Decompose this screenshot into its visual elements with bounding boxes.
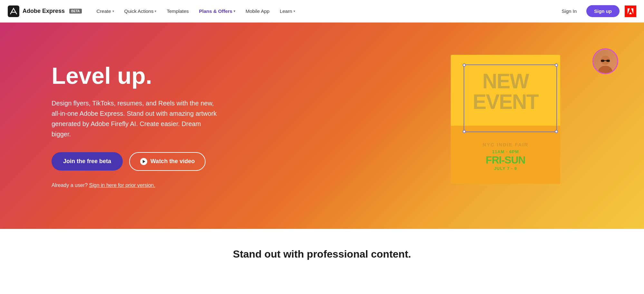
event-days-label: FRI-SUN: [483, 154, 528, 166]
svg-rect-5: [606, 60, 610, 62]
sign-in-button[interactable]: Sign In: [557, 6, 581, 16]
logo[interactable]: Adobe Express BETA: [8, 5, 82, 17]
svg-rect-0: [8, 5, 19, 17]
hero-buttons: Join the free beta Watch the video: [52, 152, 219, 171]
selection-handle-bl: [463, 130, 466, 133]
svg-rect-1: [625, 5, 636, 17]
avatar-image: [593, 49, 617, 73]
selection-handle-br: [555, 130, 558, 133]
join-beta-button[interactable]: Join the free beta: [52, 152, 123, 171]
hero-content: Level up. Design flyers, TikToks, resume…: [0, 63, 219, 188]
chevron-down-icon: ▾: [155, 9, 156, 13]
hero-subtitle: Design flyers, TikToks, resumes, and Ree…: [52, 98, 219, 139]
nav-item-create[interactable]: Create ▾: [92, 6, 119, 16]
event-card: NEW EVENT NYC INDIE FAIR 11AM - 6PM FRI-…: [451, 55, 560, 184]
below-hero-section: Stand out with professional content.: [0, 229, 644, 273]
chevron-down-icon: ▾: [293, 9, 295, 13]
nav-links: Create ▾ Quick Actions ▾ Templates Plans…: [92, 6, 557, 16]
prior-version-link[interactable]: Sign in here for prior version.: [89, 182, 155, 188]
nav-item-learn[interactable]: Learn ▾: [275, 6, 299, 16]
nav-item-mobile-app[interactable]: Mobile App: [241, 6, 274, 16]
selection-handle-tl: [463, 64, 466, 67]
event-fair-label: NYC INDIE FAIR: [483, 142, 528, 147]
below-hero-title: Stand out with professional content.: [0, 248, 644, 260]
svg-rect-4: [601, 60, 604, 62]
navbar: Adobe Express BETA Create ▾ Quick Action…: [0, 0, 644, 23]
chevron-down-icon: ▾: [234, 9, 235, 13]
selection-handle-tr: [555, 64, 558, 67]
event-dates-label: JULY 7 - 9: [483, 166, 528, 171]
chevron-down-icon: ▾: [112, 9, 114, 13]
logo-beta-badge: BETA: [69, 9, 82, 14]
avatar: [592, 48, 618, 74]
watch-video-button[interactable]: Watch the video: [129, 152, 206, 171]
event-time-label: 11AM - 6PM: [483, 149, 528, 154]
selection-box: [464, 64, 557, 132]
hero-already-user: Already a user? Sign in here for prior v…: [52, 182, 219, 188]
hero-visual: NEW EVENT NYC INDIE FAIR 11AM - 6PM FRI-…: [431, 48, 580, 203]
event-details: NYC INDIE FAIR 11AM - 6PM FRI-SUN JULY 7…: [483, 139, 528, 171]
nav-item-quick-actions[interactable]: Quick Actions ▾: [120, 6, 161, 16]
adobe-logo-icon: [625, 5, 636, 17]
play-icon: [140, 158, 147, 165]
svg-point-3: [598, 66, 612, 73]
adobe-express-icon: [8, 5, 19, 17]
sign-up-button[interactable]: Sign up: [586, 5, 620, 17]
nav-right: Sign In Sign up: [557, 5, 636, 17]
nav-item-templates[interactable]: Templates: [162, 6, 193, 16]
logo-text: Adobe Express: [23, 8, 65, 15]
nav-item-plans-offers[interactable]: Plans & Offers ▾: [195, 6, 240, 16]
hero-section: Level up. Design flyers, TikToks, resume…: [0, 23, 644, 229]
hero-title: Level up.: [52, 63, 219, 89]
